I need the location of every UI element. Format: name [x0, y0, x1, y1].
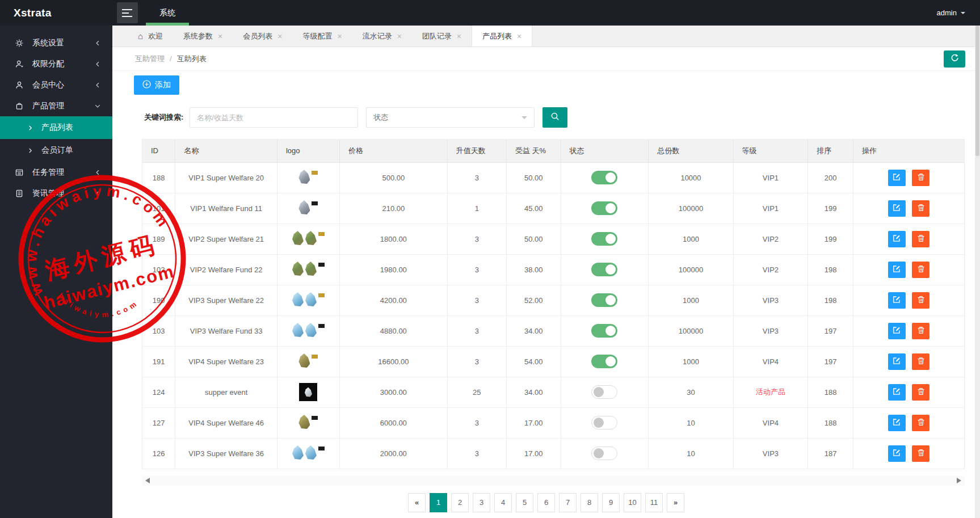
page-prev-button[interactable]: « — [408, 493, 426, 512]
status-toggle[interactable] — [591, 201, 617, 215]
scroll-right-icon[interactable] — [957, 478, 964, 483]
vertical-scrollbar[interactable] — [975, 26, 980, 518]
cell-actions — [853, 224, 964, 254]
cell-level: VIP1 — [733, 193, 808, 224]
product-logo-image — [298, 353, 318, 368]
edit-button[interactable] — [888, 323, 906, 339]
column-header: logo — [277, 140, 339, 162]
page-button[interactable]: 6 — [537, 493, 555, 512]
page-button[interactable]: 9 — [602, 493, 620, 512]
tab[interactable]: ⌂ 欢迎 × — [128, 26, 173, 47]
cell-total: 100000 — [649, 193, 733, 224]
delete-button[interactable] — [912, 323, 929, 339]
product-logo-image — [299, 383, 317, 401]
cell-sort: 198 — [808, 285, 853, 315]
scroll-left-icon[interactable] — [142, 478, 150, 483]
page-button[interactable]: 1 — [430, 493, 447, 512]
breadcrumb-separator: / — [170, 54, 172, 63]
edit-button[interactable] — [888, 292, 906, 309]
delete-button[interactable] — [912, 384, 929, 401]
page-button[interactable]: 5 — [516, 493, 533, 512]
cell-name: VIP3 Super Welfare 36 — [175, 438, 277, 469]
page-button[interactable]: 8 — [581, 493, 598, 512]
sidebar-item[interactable]: 系统设置 — [0, 32, 112, 53]
table-header-row: ID名称logo价格升值天数受益 天%状态总份数等级排序操作 — [142, 140, 964, 162]
user-menu[interactable]: admin — [937, 9, 980, 17]
close-icon[interactable]: × — [337, 32, 342, 41]
add-button[interactable]: 添加 — [134, 75, 179, 95]
status-select[interactable]: 状态 — [366, 107, 535, 128]
table-row: 188 VIP1 Super Welfare 20 500.00 3 50.00… — [142, 162, 964, 193]
tab[interactable]: ⌂ 产品列表 × — [472, 26, 532, 47]
edit-button[interactable] — [888, 200, 906, 217]
nav-item-system[interactable]: 系统 — [146, 0, 189, 26]
close-icon[interactable]: × — [397, 32, 402, 41]
cell-id: 191 — [142, 346, 175, 377]
cell-logo — [277, 162, 339, 193]
table-row: 127 VIP4 Super Welfare 46 6000.00 3 17.0… — [142, 407, 964, 438]
status-toggle[interactable] — [591, 232, 617, 246]
status-toggle[interactable] — [591, 385, 617, 399]
edit-button[interactable] — [888, 384, 906, 401]
delete-button[interactable] — [912, 170, 929, 186]
tab[interactable]: ⌂ 流水记录 × — [352, 26, 412, 47]
close-icon[interactable]: × — [218, 32, 222, 41]
keyword-input[interactable] — [190, 107, 358, 128]
page-button[interactable]: 11 — [645, 493, 663, 512]
delete-button[interactable] — [912, 200, 929, 217]
edit-button[interactable] — [888, 445, 906, 462]
sidebar-toggle-button[interactable] — [117, 2, 138, 23]
edit-button[interactable] — [888, 415, 906, 431]
sidebar-subitem[interactable]: 产品列表 — [0, 116, 112, 139]
delete-button[interactable] — [912, 353, 929, 370]
page-button[interactable]: 10 — [624, 493, 641, 512]
perm-icon — [15, 60, 24, 69]
delete-button[interactable] — [912, 292, 929, 309]
refresh-button[interactable] — [944, 50, 965, 68]
delete-button[interactable] — [912, 262, 929, 278]
horizontal-scrollbar[interactable] — [142, 476, 965, 486]
page-button[interactable]: 2 — [451, 493, 469, 512]
cell-id: 190 — [142, 285, 175, 315]
delete-button[interactable] — [912, 231, 929, 247]
close-icon[interactable]: × — [517, 32, 521, 41]
sidebar-item[interactable]: 任务管理 — [0, 162, 112, 183]
scrollbar-thumb[interactable] — [975, 26, 979, 156]
cell-status — [561, 224, 649, 254]
status-toggle[interactable] — [591, 355, 617, 368]
search-button[interactable] — [542, 107, 567, 128]
logo-badge — [318, 324, 325, 328]
edit-button[interactable] — [888, 353, 906, 370]
edit-icon — [892, 418, 901, 428]
breadcrumb-parent[interactable]: 互助管理 — [135, 54, 165, 64]
status-toggle[interactable] — [591, 447, 617, 460]
status-toggle[interactable] — [591, 416, 617, 429]
status-toggle[interactable] — [591, 171, 617, 184]
tab[interactable]: ⌂ 会员列表 × — [233, 26, 292, 47]
page-button[interactable]: 4 — [494, 493, 512, 512]
edit-button[interactable] — [888, 262, 906, 278]
sidebar-item-label: 产品管理 — [32, 101, 64, 111]
status-toggle[interactable] — [591, 293, 617, 307]
status-toggle[interactable] — [591, 263, 617, 276]
status-toggle[interactable] — [591, 324, 617, 338]
tab[interactable]: ⌂ 等级配置 × — [292, 26, 352, 47]
sidebar-item[interactable]: 产品管理 — [0, 95, 112, 116]
delete-button[interactable] — [912, 445, 929, 462]
tab[interactable]: ⌂ 系统参数 × — [173, 26, 233, 47]
sidebar-item[interactable]: 资讯管理 — [0, 183, 112, 204]
page-button[interactable]: 3 — [473, 493, 490, 512]
close-icon[interactable]: × — [457, 32, 461, 41]
page-next-button[interactable]: » — [667, 493, 684, 512]
sidebar-subitem[interactable]: 会员订单 — [0, 139, 112, 162]
sidebar-item[interactable]: 会员中心 — [0, 74, 112, 95]
cell-logo — [277, 224, 339, 254]
delete-button[interactable] — [912, 415, 929, 431]
page-button[interactable]: 7 — [559, 493, 577, 512]
cell-days: 3 — [447, 162, 506, 193]
close-icon[interactable]: × — [277, 32, 282, 41]
tab[interactable]: ⌂ 团队记录 × — [412, 26, 472, 47]
edit-button[interactable] — [888, 231, 906, 247]
sidebar-item[interactable]: 权限分配 — [0, 53, 112, 74]
edit-button[interactable] — [888, 170, 906, 186]
